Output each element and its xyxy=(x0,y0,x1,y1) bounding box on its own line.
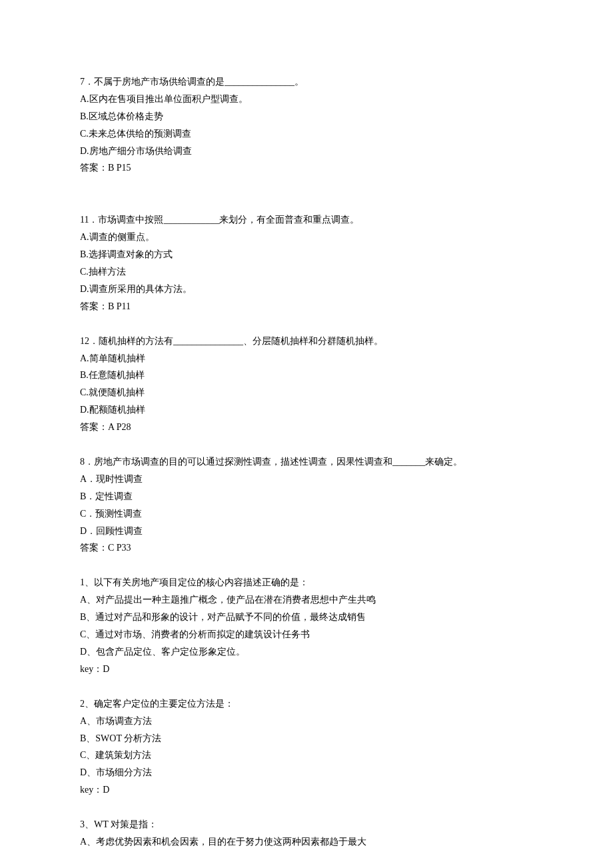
question-option: A、市场调查方法 xyxy=(80,713,533,730)
question-option: C.抽样方法 xyxy=(80,263,533,281)
question-option: B、SWOT 分析方法 xyxy=(80,730,533,747)
question-option: C.未来总体供给的预测调查 xyxy=(80,125,533,143)
question-stem: 11．市场调查中按照____________来划分，有全面普查和重点调查。 xyxy=(80,211,533,229)
question-stem: 3、WT 对策是指： xyxy=(80,816,533,833)
question-option: A、对产品提出一种主题推广概念，使产品在潜在消费者思想中产生共鸣 xyxy=(80,591,533,609)
question-answer: 答案：A P28 xyxy=(80,419,533,436)
question-option: A.区内在售项目推出单位面积户型调查。 xyxy=(80,91,533,108)
question-option: A.调查的侧重点。 xyxy=(80,229,533,246)
document-page: 7．不属于房地产市场供给调查的是_______________。 A.区内在售项… xyxy=(0,0,613,868)
question-option: D.房地产细分市场供给调查 xyxy=(80,143,533,160)
question-block: 2、确定客户定位的主要定位方法是： A、市场调查方法 B、SWOT 分析方法 C… xyxy=(80,695,533,799)
question-answer: 答案：C P33 xyxy=(80,539,533,557)
question-option: A、考虑优势因素和机会因素，目的在于努力使这两种因素都趋于最大 xyxy=(80,833,533,851)
question-option: B、通过对产品和形象的设计，对产品赋予不同的价值，最终达成销售 xyxy=(80,609,533,626)
question-answer: 答案：B P11 xyxy=(80,298,533,315)
question-block: 7．不属于房地产市场供给调查的是_______________。 A.区内在售项… xyxy=(80,73,533,177)
question-option: D.调查所采用的具体方法。 xyxy=(80,281,533,298)
question-block: 8．房地产市场调查的目的可以通过探测性调查，描述性调查，因果性调查和______… xyxy=(80,453,533,557)
question-option: A.简单随机抽样 xyxy=(80,350,533,367)
question-stem: 12．随机抽样的方法有_______________、分层随机抽样和分群随机抽样… xyxy=(80,333,533,350)
question-option: C、建筑策划方法 xyxy=(80,747,533,764)
question-option: D.配额随机抽样 xyxy=(80,401,533,419)
question-option: C．预测性调查 xyxy=(80,505,533,523)
question-option: D、包含产品定位、客户定位形象定位。 xyxy=(80,643,533,661)
question-stem: 7．不属于房地产市场供给调查的是_______________。 xyxy=(80,73,533,91)
question-block: 11．市场调查中按照____________来划分，有全面普查和重点调查。 A.… xyxy=(80,211,533,315)
question-block: 1、以下有关房地产项目定位的核心内容描述正确的是： A、对产品提出一种主题推广概… xyxy=(80,574,533,677)
question-block: 12．随机抽样的方法有_______________、分层随机抽样和分群随机抽样… xyxy=(80,333,533,436)
question-option: B.任意随机抽样 xyxy=(80,367,533,384)
question-option: D、市场细分方法 xyxy=(80,764,533,781)
question-option: A．现时性调查 xyxy=(80,471,533,488)
question-option: B．定性调查 xyxy=(80,488,533,505)
question-option: C、通过对市场、消费者的分析而拟定的建筑设计任务书 xyxy=(80,626,533,643)
question-option: D．回顾性调查 xyxy=(80,523,533,540)
question-stem: 2、确定客户定位的主要定位方法是： xyxy=(80,695,533,713)
question-option: B.区域总体价格走势 xyxy=(80,108,533,125)
question-stem: 8．房地产市场调查的目的可以通过探测性调查，描述性调查，因果性调查和______… xyxy=(80,453,533,471)
question-option: B.选择调查对象的方式 xyxy=(80,246,533,263)
question-block: 3、WT 对策是指： A、考虑优势因素和机会因素，目的在于努力使这两种因素都趋于… xyxy=(80,816,533,851)
question-answer: key：D xyxy=(80,661,533,678)
question-answer: key：D xyxy=(80,781,533,799)
question-stem: 1、以下有关房地产项目定位的核心内容描述正确的是： xyxy=(80,574,533,591)
question-option: C.就便随机抽样 xyxy=(80,384,533,401)
question-answer: 答案：B P15 xyxy=(80,159,533,177)
